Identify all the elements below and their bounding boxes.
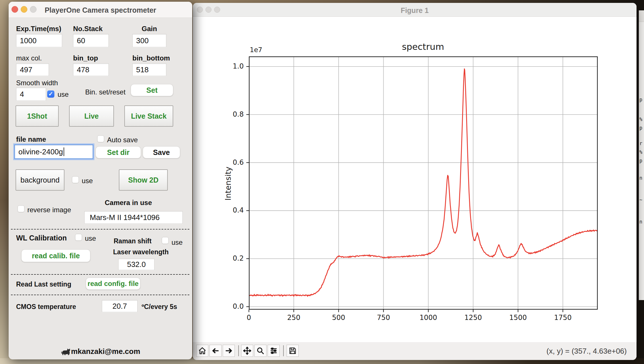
raman-use-label: use (172, 238, 183, 247)
live-stack-button[interactable]: Live Stack (124, 105, 173, 127)
tick-label: 750 (372, 314, 395, 322)
background-window-titlebar-sliver (639, 10, 644, 22)
tick-label: 0 (237, 314, 260, 322)
save-icon[interactable] (287, 345, 299, 357)
footer: mkanzaki@me.com (9, 347, 192, 356)
footer-email: mkanzaki@me.com (71, 347, 140, 356)
raman-use-checkbox[interactable] (162, 237, 169, 244)
tick-label: 1250 (462, 314, 485, 322)
figure-toolbar: (x, y) = (357., 4.63e+06) (193, 342, 637, 360)
plot-area[interactable]: 025050075010001250150017500.00.20.40.60.… (249, 56, 598, 310)
camera-in-use-label: Camera in use (100, 199, 157, 207)
background-window-char: p (639, 97, 642, 103)
wl-use-label: use (85, 234, 96, 242)
background-window-char: n (639, 219, 642, 225)
toolbar-separator (238, 345, 239, 356)
subplots-icon[interactable] (268, 345, 280, 357)
cmos-temperature-label: CMOS temperature (16, 303, 76, 311)
gain-input[interactable]: 300 (132, 34, 166, 47)
wl-use-checkbox[interactable] (75, 234, 82, 241)
read-calib-file-button[interactable]: read calib. file (21, 249, 90, 262)
window-title: PlayerOne Camera spectrometer (9, 6, 192, 14)
figure-title: Figure 1 (193, 6, 637, 15)
bin-top-label: bin_top (73, 54, 98, 62)
reverse-image-checkbox[interactable] (18, 205, 24, 212)
smooth-width-label: Smooth width (16, 79, 58, 87)
max-col-input[interactable]: 497 (16, 63, 49, 76)
home-icon[interactable] (196, 345, 208, 357)
wl-calibration-label: WL Calibration (16, 234, 67, 242)
laser-wavelength-input[interactable]: 532.0 (118, 259, 155, 270)
auto-save-label: Auto save (107, 136, 138, 144)
auto-save-checkbox[interactable] (97, 135, 104, 142)
zoom-icon[interactable] (254, 345, 266, 357)
file-name-label: file name (16, 135, 46, 143)
background-use-label: use (82, 177, 93, 185)
background-window-sliver: p%pr%pn~n (639, 10, 644, 300)
reverse-image-label: reverse image (27, 206, 71, 214)
one-shot-button[interactable]: 1Shot (16, 105, 59, 127)
gridlines (249, 56, 598, 310)
laser-wavelength-label: Laser wavelength (113, 248, 169, 256)
cmos-temperature-value: 20.7 (102, 300, 138, 312)
set-button[interactable]: Set (131, 84, 173, 96)
tick-label: 1.0 (225, 62, 244, 70)
tick-label: 1000 (417, 314, 440, 322)
background-button[interactable]: background (16, 169, 64, 191)
text-caret (64, 147, 64, 156)
max-col-label: max col. (16, 54, 42, 62)
tick-label: 500 (327, 314, 350, 322)
save-button[interactable]: Save (143, 146, 180, 158)
smooth-width-input[interactable]: 4 (16, 88, 46, 101)
y-axis-label: Intensity (224, 164, 233, 204)
figure-window: Figure 1 spectrum 1e7 Intensity pixel 02… (193, 3, 637, 360)
background-window-char: % (639, 149, 642, 155)
camera-in-use-value: Mars-M II 1944*1096 (84, 211, 183, 224)
tick-label: 0.2 (225, 254, 244, 262)
separator (11, 295, 189, 295)
spectrum-line (249, 69, 597, 296)
background-window-char: % (639, 116, 642, 122)
cat-icon (61, 347, 71, 356)
back-icon[interactable] (209, 345, 222, 357)
background-window-char: r (639, 141, 642, 146)
bin-bottom-input[interactable]: 518 (132, 63, 166, 76)
read-last-setting-label: Read Last setting (16, 280, 71, 288)
chart-title: spectrum (365, 41, 481, 52)
raman-shift-label: Raman shift (114, 237, 152, 245)
no-stack-label: No.Stack (73, 25, 103, 33)
bin-set-reset-label: Bin. set/reset (85, 88, 125, 96)
tick-label: 0.6 (225, 158, 244, 166)
pan-icon[interactable] (241, 345, 253, 357)
background-use-checkbox[interactable] (72, 176, 79, 183)
smooth-use-label: use (58, 90, 69, 98)
desktop-wallpaper-left (0, 0, 10, 364)
axes-frame (249, 57, 597, 309)
background-window-char: n (639, 175, 642, 181)
no-stack-input[interactable]: 60 (73, 34, 109, 47)
tick-label: 0.8 (225, 110, 244, 118)
cursor-position-status: (x, y) = (357., 4.63e+06) (546, 342, 627, 360)
set-dir-button[interactable]: Set dir (96, 146, 141, 158)
read-config-file-button[interactable]: read config. file (86, 278, 140, 290)
file-name-input[interactable]: olivine-2400g (14, 145, 93, 159)
exp-time-label: Exp.Time(ms) (16, 25, 61, 33)
live-button[interactable]: Live (69, 105, 114, 127)
bin-top-input[interactable]: 478 (73, 63, 109, 76)
exp-time-input[interactable]: 1000 (16, 34, 62, 47)
figure-titlebar[interactable]: Figure 1 (193, 3, 637, 17)
bin-bottom-label: bin_bottom (132, 54, 170, 62)
show-2d-button[interactable]: Show 2D (119, 169, 168, 191)
separator (11, 274, 189, 275)
background-window-char: ~ (639, 197, 642, 203)
forward-icon[interactable] (223, 345, 235, 357)
file-name-value: olivine-2400g (18, 147, 63, 156)
spectrometer-window: PlayerOne Camera spectrometer Exp.Time(m… (9, 2, 192, 359)
spectrometer-titlebar[interactable]: PlayerOne Camera spectrometer (9, 2, 192, 18)
y-axis-offset-label: 1e7 (250, 46, 262, 54)
tick-label: 1750 (551, 314, 574, 322)
separator (11, 229, 189, 230)
background-window-char: p (639, 158, 642, 164)
smooth-use-checkbox[interactable] (47, 90, 54, 98)
cmos-unit-label: ºC/every 5s (142, 303, 177, 311)
